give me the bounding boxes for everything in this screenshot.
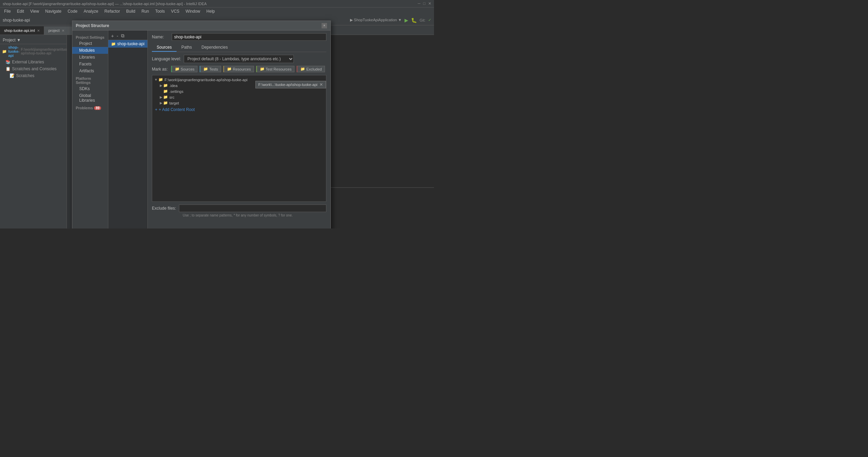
tree-src-label: src [169,95,174,99]
mark-sources-btn[interactable]: 📁Sources [171,66,197,72]
tree-copy-btn[interactable]: ⧉ [120,33,125,39]
nav-item-facets[interactable]: Facets [72,61,108,67]
sidebar-item-shop-tuoke-api[interactable]: 📁 shop-tuoke-api F:\work\jiangnanfengran… [0,44,67,59]
menu-file[interactable]: File [1,8,13,14]
menu-refactor[interactable]: Refactor [102,8,123,14]
tree-root-label: F:\work\jiangnanfengran\tuoke-api\shop-t… [165,78,248,82]
tree-target-arrow: ▶ [160,101,162,105]
module-folder-icon: 📁 [111,42,116,46]
popup-close-btn[interactable]: ✕ [320,82,323,87]
menu-window[interactable]: Window [183,8,203,14]
mark-test-resources-btn[interactable]: 📁Test Resources [256,66,295,72]
nav-item-global-libraries[interactable]: Global Libraries [72,92,108,104]
tab-paths[interactable]: Paths [177,44,197,52]
minimize-btn[interactable]: ─ [418,1,421,6]
sidebar-item-scratches[interactable]: 📋 Scratches and Consoles [0,65,67,72]
nav-item-modules[interactable]: Modules [72,47,108,54]
mark-tests-btn[interactable]: 📁Tests [200,66,221,72]
tree-idea-label: .idea [169,84,178,88]
nav-item-project[interactable]: Project [72,40,108,47]
problems-badge: 89 [94,106,101,110]
nav-item-sdks[interactable]: SDKs [72,85,108,92]
tab-project[interactable]: project ✕ [44,26,69,35]
menu-analyze[interactable]: Analyze [81,8,101,14]
name-input[interactable] [172,33,326,41]
run-btn[interactable]: ▶ [405,17,408,23]
git-label: Git: [420,18,425,22]
tab-close-2[interactable]: ✕ [62,29,64,33]
tree-target-node[interactable]: ▶ 📁 target [154,100,325,106]
mark-excluded-btn[interactable]: 📁Excluded [297,66,325,72]
dialog-body: Project Settings Project Modules Librari… [72,30,330,228]
menu-edit[interactable]: Edit [14,8,27,14]
title-bar: shop-tuoke-api [F:\work\jiangnanfengran\… [0,0,434,8]
project-settings-section: Project Settings [72,33,108,40]
menu-navigate[interactable]: Navigate [43,8,64,14]
sidebar-item-scratches-sub[interactable]: 📝 Scratches [0,72,67,79]
add-content-root-btn[interactable]: + + Add Content Root [154,106,325,113]
module-item-shop-tuoke-api[interactable]: 📁 shop-tuoke-api [108,40,147,48]
dialog-close-button[interactable]: × [322,23,327,28]
mark-resources-btn[interactable]: 📁Resources [223,66,254,72]
title-text: shop-tuoke-api [F:\work\jiangnanfengran\… [3,2,207,6]
tab-sources[interactable]: Sources [152,44,177,52]
add-content-root-label: + Add Content Root [159,107,195,112]
mark-as-row: Mark as: 📁Sources 📁Tests 📁Resources 📁Tes… [152,66,326,72]
tree-toolbar: + - ⧉ [108,32,147,40]
sidebar-ext-libs-label: External Libraries [12,60,44,64]
tab-dependencies[interactable]: Dependencies [197,44,233,52]
exclude-files-input[interactable] [179,205,326,212]
menu-run[interactable]: Run [139,8,152,14]
project-label: Project ▼ [3,38,21,42]
close-btn[interactable]: ✕ [428,1,431,6]
file-tree[interactable]: ▼ 📁 F:\work\jiangnanfengran\tuoke-api\sh… [152,75,326,202]
language-level-select[interactable]: Project default (8 - Lambdas, type annot… [184,55,294,63]
tree-settings-label: .settings [169,89,183,94]
tab-label-1: shop-tuoke-api.iml [4,28,35,33]
menu-view[interactable]: View [27,8,42,14]
tree-idea-folder-icon: 📁 [163,83,168,88]
menu-help[interactable]: Help [204,8,218,14]
tab-shop-tuoke-api-iml[interactable]: shop-tuoke-api.iml ✕ [0,26,44,35]
name-label: Name: [152,35,169,39]
dialog-title-text: Project Structure [76,23,109,28]
menu-build[interactable]: Build [123,8,138,14]
sidebar-scratches-sub-label: Scratches [16,73,34,78]
app-title: shop-tuoke-api [3,18,30,23]
name-row: Name: [152,33,326,41]
tree-src-arrow: ▶ [160,95,162,99]
tests-folder-icon: 📁 [203,67,208,71]
tree-settings-folder-icon: 📁 [163,89,168,94]
debug-btn[interactable]: 🐛 [411,17,417,23]
excluded-folder-icon: 📁 [300,67,305,71]
tree-root-folder-icon: 📁 [158,77,163,82]
problems-section: Problems 89 [72,104,108,111]
tree-root-arrow: ▼ [154,78,158,82]
git-check[interactable]: ✓ [428,18,431,22]
tree-src-node[interactable]: ▶ 📁 src [154,94,325,100]
tree-src-folder-icon: 📁 [163,95,168,99]
sidebar-project-name: shop-tuoke-api [8,45,20,58]
tree-settings-node[interactable]: ▶ 📁 .settings [154,88,325,94]
menu-vcs[interactable]: VCS [168,8,182,14]
restore-btn[interactable]: □ [423,1,425,6]
menu-code[interactable]: Code [65,8,80,14]
nav-item-libraries[interactable]: Libraries [72,54,108,61]
dialog-title-bar: Project Structure × [72,21,330,30]
tree-remove-btn[interactable]: - [116,33,119,39]
menu-tools[interactable]: Tools [153,8,168,14]
language-level-row: Language level: Project default (8 - Lam… [152,55,326,63]
dialog-nav: Project Settings Project Modules Librari… [72,30,108,228]
run-config[interactable]: ▶ ShopTuokeApiApplication ▼ [350,18,402,22]
tree-add-btn[interactable]: + [110,33,114,39]
path-popup: F:\work\...\tuoke-api\shop-tuoke-api ✕ [255,81,326,88]
nav-item-artifacts[interactable]: Artifacts [72,67,108,74]
resources-folder-icon: 📁 [227,67,232,71]
sidebar-item-external-libs[interactable]: 📚 External Libraries [0,59,67,65]
tab-close-1[interactable]: ✕ [37,29,40,33]
sidebar-scratches-label: Scratches and Consoles [12,66,57,71]
dialog-content-tabs: Sources Paths Dependencies [152,44,326,52]
exclude-hint-text: Use ; to separate name patterns, * for a… [183,213,326,217]
exclude-files-row: Exclude files: [152,205,326,212]
module-tree-panel: + - ⧉ 📁 shop-tuoke-api [108,30,148,228]
